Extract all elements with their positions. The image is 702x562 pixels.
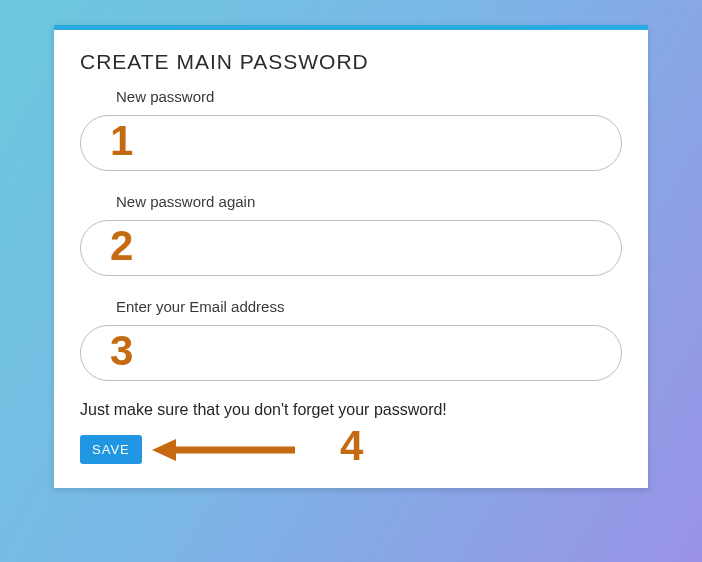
annotation-number-4: 4 (340, 425, 363, 467)
new-password-input[interactable] (80, 115, 622, 171)
email-wrap: 3 (80, 325, 622, 381)
create-password-card: CREATE MAIN PASSWORD New password 1 New … (54, 25, 648, 488)
new-password-label: New password (116, 88, 622, 105)
arrow-left-icon (150, 435, 300, 465)
save-button[interactable]: SAVE (80, 435, 142, 464)
new-password-again-label: New password again (116, 193, 622, 210)
svg-marker-1 (152, 439, 176, 461)
new-password-again-input[interactable] (80, 220, 622, 276)
save-row: SAVE 4 (80, 435, 622, 464)
annotation-arrow-4: 4 (150, 429, 363, 471)
email-input[interactable] (80, 325, 622, 381)
page-title: CREATE MAIN PASSWORD (80, 50, 622, 74)
password-note: Just make sure that you don't forget you… (80, 401, 622, 419)
new-password-again-wrap: 2 (80, 220, 622, 276)
email-label: Enter your Email address (116, 298, 622, 315)
new-password-wrap: 1 (80, 115, 622, 171)
